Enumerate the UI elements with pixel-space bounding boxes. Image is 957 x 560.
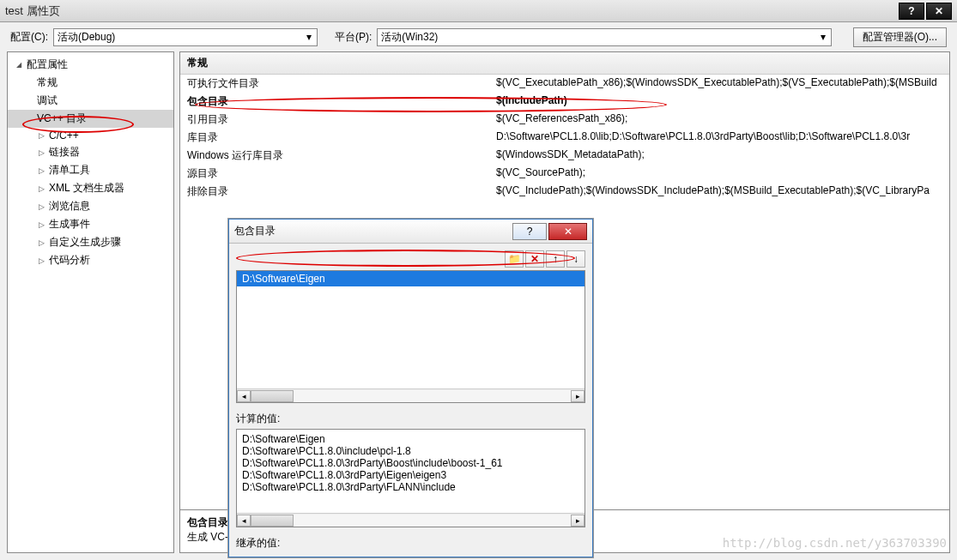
include-dirs-dialog: 包含目录 ? ✕ 📁 ✕ ↑ ↓ D:\Software\Eigen ◂ ▸ 计… <box>228 219 593 557</box>
grid-section: 常规 <box>180 52 949 75</box>
tree-panel: 配置属性 常规 调试 VC++ 目录 C/C++ 链接器 清单工具 XML 文档… <box>7 51 174 553</box>
scroll-thumb[interactable] <box>251 390 294 402</box>
move-down-button[interactable]: ↓ <box>566 250 585 268</box>
tree-item-ccpp[interactable]: C/C++ <box>8 128 173 143</box>
paths-listbox[interactable]: D:\Software\Eigen ◂ ▸ <box>236 270 585 403</box>
inherit-label: 继承的值: <box>236 536 585 551</box>
chevron-down-icon: ▾ <box>302 31 315 44</box>
config-combo[interactable]: 活动(Debug) ▾ <box>53 28 318 46</box>
tree-item-manifest[interactable]: 清单工具 <box>8 161 173 179</box>
window-titlebar: test 属性页 ? ✕ <box>0 0 957 22</box>
expander-icon <box>37 148 45 157</box>
help-button[interactable]: ? <box>899 3 924 20</box>
list-item[interactable]: D:\Software\Eigen <box>237 271 584 286</box>
scroll-right-icon[interactable]: ▸ <box>571 390 584 402</box>
config-manager-button[interactable]: 配置管理器(O)... <box>853 27 947 47</box>
tree-item-xmldoc[interactable]: XML 文档生成器 <box>8 179 173 197</box>
grid-row[interactable]: 库目录D:\Software\PCL1.8.0\lib;D:\Software\… <box>180 129 949 147</box>
new-folder-icon: 📁 <box>508 253 521 265</box>
tree-root[interactable]: 配置属性 <box>8 56 173 74</box>
expander-icon <box>37 184 45 193</box>
expander-icon <box>37 131 45 140</box>
tree-item-codeanalysis[interactable]: 代码分析 <box>8 251 173 269</box>
calc-line: D:\Software\PCL1.8.0\3rdParty\FLANN\incl… <box>242 481 579 493</box>
close-button[interactable]: ✕ <box>926 3 952 20</box>
grid-row[interactable]: 源目录$(VC_SourcePath); <box>180 165 949 183</box>
config-value: 活动(Debug) <box>58 30 115 45</box>
expander-icon <box>37 256 45 265</box>
calc-line: D:\Software\PCL1.8.0\include\pcl-1.8 <box>242 445 579 457</box>
arrow-down-icon: ↓ <box>573 253 578 265</box>
tree-item-general[interactable]: 常规 <box>8 74 173 92</box>
grid-row[interactable]: 排除目录$(VC_IncludePath);$(WindowsSDK_Inclu… <box>180 183 949 201</box>
grid-row[interactable]: Windows 运行库目录$(WindowsSDK_MetadataPath); <box>180 147 949 165</box>
scroll-left-icon[interactable]: ◂ <box>237 515 251 527</box>
grid-row[interactable]: 可执行文件目录$(VC_ExecutablePath_x86);$(Window… <box>180 75 949 93</box>
horizontal-scrollbar[interactable]: ◂ ▸ <box>237 513 584 527</box>
tree-item-debug[interactable]: 调试 <box>8 92 173 110</box>
arrow-up-icon: ↑ <box>553 253 558 265</box>
new-line-button[interactable]: 📁 <box>505 250 524 268</box>
calc-line: D:\Software\PCL1.8.0\3rdParty\Eigen\eige… <box>242 469 579 481</box>
calculated-values-box: D:\Software\Eigen D:\Software\PCL1.8.0\i… <box>236 429 585 527</box>
tree-item-browse[interactable]: 浏览信息 <box>8 197 173 215</box>
horizontal-scrollbar[interactable]: ◂ ▸ <box>237 388 584 402</box>
grid-row-include[interactable]: 包含目录$(IncludePath) <box>180 93 949 111</box>
dialog-close-button[interactable]: ✕ <box>548 223 587 240</box>
expander-icon <box>37 202 45 211</box>
expander-icon <box>37 238 45 247</box>
dialog-toolbar: 📁 ✕ ↑ ↓ <box>236 250 585 268</box>
dialog-help-button[interactable]: ? <box>512 223 547 240</box>
scroll-left-icon[interactable]: ◂ <box>237 390 251 402</box>
platform-value: 活动(Win32) <box>381 30 438 45</box>
calc-line: D:\Software\PCL1.8.0\3rdParty\Boost\incl… <box>242 457 579 469</box>
tree-item-vcdirs[interactable]: VC++ 目录 <box>8 110 173 128</box>
window-title: test 属性页 <box>5 3 899 19</box>
dialog-titlebar: 包含目录 ? ✕ <box>229 220 592 244</box>
scroll-right-icon[interactable]: ▸ <box>571 515 584 527</box>
tree-item-buildevents[interactable]: 生成事件 <box>8 215 173 233</box>
calc-line: D:\Software\Eigen <box>242 433 579 445</box>
move-up-button[interactable]: ↑ <box>546 250 565 268</box>
calc-label: 计算的值: <box>236 412 585 426</box>
platform-label: 平台(P): <box>335 30 372 45</box>
dialog-title: 包含目录 <box>234 224 511 238</box>
chevron-down-icon: ▾ <box>816 31 829 44</box>
tree-item-custombuild[interactable]: 自定义生成步骤 <box>8 233 173 251</box>
expander-icon <box>15 61 23 69</box>
top-controls: 配置(C): 活动(Debug) ▾ 平台(P): 活动(Win32) ▾ 配置… <box>0 22 957 51</box>
platform-combo[interactable]: 活动(Win32) ▾ <box>377 28 832 46</box>
grid-row[interactable]: 引用目录$(VC_ReferencesPath_x86); <box>180 111 949 129</box>
tree-item-linker[interactable]: 链接器 <box>8 143 173 161</box>
delete-icon: ✕ <box>530 253 539 265</box>
scroll-thumb[interactable] <box>251 515 294 527</box>
expander-icon <box>37 220 45 229</box>
expander-icon <box>37 166 45 175</box>
config-label: 配置(C): <box>10 30 48 45</box>
delete-button[interactable]: ✕ <box>525 250 544 268</box>
